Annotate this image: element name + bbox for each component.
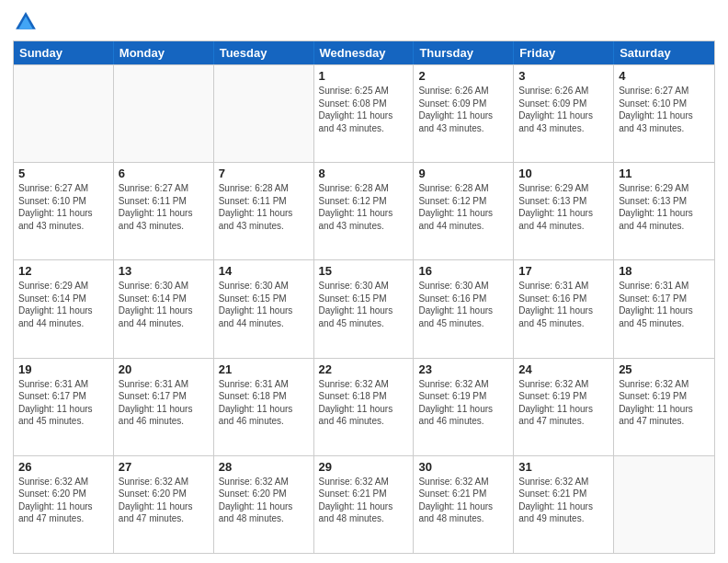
day-number: 1 xyxy=(319,69,409,83)
calendar-cell: 25Sunrise: 6:32 AM Sunset: 6:19 PM Dayli… xyxy=(614,359,714,455)
day-info: Sunrise: 6:30 AM Sunset: 6:15 PM Dayligh… xyxy=(319,280,409,329)
day-info: Sunrise: 6:32 AM Sunset: 6:21 PM Dayligh… xyxy=(518,476,609,525)
day-info: Sunrise: 6:32 AM Sunset: 6:19 PM Dayligh… xyxy=(619,378,710,428)
calendar-cell: 9Sunrise: 6:28 AM Sunset: 6:12 PM Daylig… xyxy=(414,163,514,259)
day-info: Sunrise: 6:30 AM Sunset: 6:14 PM Dayligh… xyxy=(119,280,209,329)
day-number: 10 xyxy=(518,167,609,180)
day-number: 2 xyxy=(418,69,508,83)
day-info: Sunrise: 6:32 AM Sunset: 6:19 PM Dayligh… xyxy=(418,378,508,428)
calendar-cell: 22Sunrise: 6:32 AM Sunset: 6:18 PM Dayli… xyxy=(314,359,415,455)
day-info: Sunrise: 6:27 AM Sunset: 6:10 PM Dayligh… xyxy=(18,182,108,232)
day-number: 14 xyxy=(219,264,309,278)
calendar-cell xyxy=(614,456,714,553)
calendar-cell: 2Sunrise: 6:26 AM Sunset: 6:09 PM Daylig… xyxy=(414,65,514,162)
header-monday: Monday xyxy=(114,41,214,64)
calendar-cell: 3Sunrise: 6:26 AM Sunset: 6:09 PM Daylig… xyxy=(514,65,614,162)
calendar-cell: 13Sunrise: 6:30 AM Sunset: 6:14 PM Dayli… xyxy=(114,260,214,357)
day-number: 23 xyxy=(418,362,508,376)
calendar-row-2: 12Sunrise: 6:29 AM Sunset: 6:14 PM Dayli… xyxy=(14,259,714,357)
day-number: 15 xyxy=(319,264,409,278)
calendar-cell: 26Sunrise: 6:32 AM Sunset: 6:20 PM Dayli… xyxy=(14,456,114,553)
calendar-header: Sunday Monday Tuesday Wednesday Thursday… xyxy=(14,41,714,64)
calendar-cell: 17Sunrise: 6:31 AM Sunset: 6:16 PM Dayli… xyxy=(514,260,614,357)
calendar-cell: 30Sunrise: 6:32 AM Sunset: 6:21 PM Dayli… xyxy=(414,456,514,553)
calendar-row-3: 19Sunrise: 6:31 AM Sunset: 6:17 PM Dayli… xyxy=(14,358,714,455)
day-info: Sunrise: 6:27 AM Sunset: 6:11 PM Dayligh… xyxy=(119,182,209,232)
day-info: Sunrise: 6:28 AM Sunset: 6:12 PM Dayligh… xyxy=(319,182,409,232)
day-number: 29 xyxy=(319,460,409,474)
calendar-cell: 28Sunrise: 6:32 AM Sunset: 6:20 PM Dayli… xyxy=(214,456,314,553)
calendar-cell: 4Sunrise: 6:27 AM Sunset: 6:10 PM Daylig… xyxy=(614,65,714,162)
day-info: Sunrise: 6:26 AM Sunset: 6:09 PM Dayligh… xyxy=(518,85,609,134)
day-number: 20 xyxy=(119,362,209,376)
day-number: 7 xyxy=(219,167,309,180)
day-info: Sunrise: 6:32 AM Sunset: 6:20 PM Dayligh… xyxy=(18,476,108,525)
header-wednesday: Wednesday xyxy=(314,41,415,64)
day-number: 30 xyxy=(418,460,508,474)
header-tuesday: Tuesday xyxy=(214,41,314,64)
calendar-cell: 15Sunrise: 6:30 AM Sunset: 6:15 PM Dayli… xyxy=(314,260,415,357)
day-number: 13 xyxy=(119,264,209,278)
calendar-row-1: 5Sunrise: 6:27 AM Sunset: 6:10 PM Daylig… xyxy=(14,162,714,259)
day-number: 4 xyxy=(619,69,710,83)
day-info: Sunrise: 6:25 AM Sunset: 6:08 PM Dayligh… xyxy=(319,85,409,134)
day-info: Sunrise: 6:28 AM Sunset: 6:11 PM Dayligh… xyxy=(219,182,309,232)
day-info: Sunrise: 6:32 AM Sunset: 6:18 PM Dayligh… xyxy=(319,378,409,428)
day-info: Sunrise: 6:31 AM Sunset: 6:17 PM Dayligh… xyxy=(619,280,710,329)
day-number: 17 xyxy=(518,264,609,278)
calendar-cell: 31Sunrise: 6:32 AM Sunset: 6:21 PM Dayli… xyxy=(514,456,614,553)
day-number: 31 xyxy=(518,460,609,474)
header-saturday: Saturday xyxy=(614,41,714,64)
calendar-cell: 7Sunrise: 6:28 AM Sunset: 6:11 PM Daylig… xyxy=(214,163,314,259)
calendar-cell xyxy=(114,65,214,162)
day-number: 11 xyxy=(619,167,710,180)
day-number: 19 xyxy=(18,362,108,376)
day-info: Sunrise: 6:28 AM Sunset: 6:12 PM Dayligh… xyxy=(418,182,508,232)
page: Sunday Monday Tuesday Wednesday Thursday… xyxy=(0,0,728,563)
day-info: Sunrise: 6:30 AM Sunset: 6:15 PM Dayligh… xyxy=(219,280,309,329)
calendar-cell xyxy=(214,65,314,162)
calendar-cell: 11Sunrise: 6:29 AM Sunset: 6:13 PM Dayli… xyxy=(614,163,714,259)
calendar-cell: 8Sunrise: 6:28 AM Sunset: 6:12 PM Daylig… xyxy=(314,163,415,259)
calendar-cell: 12Sunrise: 6:29 AM Sunset: 6:14 PM Dayli… xyxy=(14,260,114,357)
day-info: Sunrise: 6:30 AM Sunset: 6:16 PM Dayligh… xyxy=(418,280,508,329)
header-thursday: Thursday xyxy=(414,41,514,64)
calendar-cell: 24Sunrise: 6:32 AM Sunset: 6:19 PM Dayli… xyxy=(514,359,614,455)
calendar-row-0: 1Sunrise: 6:25 AM Sunset: 6:08 PM Daylig… xyxy=(14,64,714,162)
calendar: Sunday Monday Tuesday Wednesday Thursday… xyxy=(13,40,715,554)
calendar-cell: 19Sunrise: 6:31 AM Sunset: 6:17 PM Dayli… xyxy=(14,359,114,455)
day-info: Sunrise: 6:26 AM Sunset: 6:09 PM Dayligh… xyxy=(418,85,508,134)
day-info: Sunrise: 6:29 AM Sunset: 6:14 PM Dayligh… xyxy=(18,280,108,329)
calendar-cell: 29Sunrise: 6:32 AM Sunset: 6:21 PM Dayli… xyxy=(314,456,415,553)
day-number: 16 xyxy=(418,264,508,278)
logo xyxy=(13,9,42,35)
day-info: Sunrise: 6:32 AM Sunset: 6:20 PM Dayligh… xyxy=(219,476,309,525)
header-friday: Friday xyxy=(514,41,614,64)
calendar-row-4: 26Sunrise: 6:32 AM Sunset: 6:20 PM Dayli… xyxy=(14,455,714,553)
day-number: 3 xyxy=(518,69,609,83)
header-sunday: Sunday xyxy=(14,41,114,64)
day-number: 5 xyxy=(18,167,108,180)
day-info: Sunrise: 6:32 AM Sunset: 6:21 PM Dayligh… xyxy=(418,476,508,525)
day-info: Sunrise: 6:31 AM Sunset: 6:16 PM Dayligh… xyxy=(518,280,609,329)
header xyxy=(13,9,715,35)
calendar-cell: 21Sunrise: 6:31 AM Sunset: 6:18 PM Dayli… xyxy=(214,359,314,455)
day-number: 27 xyxy=(119,460,209,474)
day-info: Sunrise: 6:32 AM Sunset: 6:20 PM Dayligh… xyxy=(119,476,209,525)
calendar-cell: 6Sunrise: 6:27 AM Sunset: 6:11 PM Daylig… xyxy=(114,163,214,259)
day-number: 6 xyxy=(119,167,209,180)
day-number: 12 xyxy=(18,264,108,278)
calendar-cell: 5Sunrise: 6:27 AM Sunset: 6:10 PM Daylig… xyxy=(14,163,114,259)
calendar-cell xyxy=(14,65,114,162)
day-number: 22 xyxy=(319,362,409,376)
day-info: Sunrise: 6:27 AM Sunset: 6:10 PM Dayligh… xyxy=(619,85,710,134)
day-number: 9 xyxy=(418,167,508,180)
day-number: 28 xyxy=(219,460,309,474)
day-info: Sunrise: 6:31 AM Sunset: 6:17 PM Dayligh… xyxy=(119,378,209,428)
day-info: Sunrise: 6:32 AM Sunset: 6:21 PM Dayligh… xyxy=(319,476,409,525)
calendar-cell: 1Sunrise: 6:25 AM Sunset: 6:08 PM Daylig… xyxy=(314,65,415,162)
calendar-cell: 18Sunrise: 6:31 AM Sunset: 6:17 PM Dayli… xyxy=(614,260,714,357)
logo-icon xyxy=(13,9,39,35)
calendar-cell: 10Sunrise: 6:29 AM Sunset: 6:13 PM Dayli… xyxy=(514,163,614,259)
day-info: Sunrise: 6:29 AM Sunset: 6:13 PM Dayligh… xyxy=(518,182,609,232)
